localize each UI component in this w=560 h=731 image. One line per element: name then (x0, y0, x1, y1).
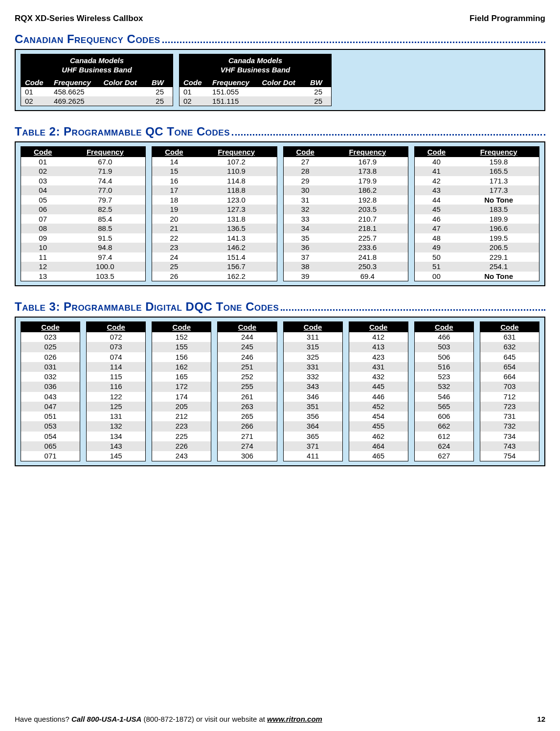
panel-qc-tone: CodeFrequency0167.00271.90374.40477.0057… (15, 141, 545, 287)
table-row: 452 (349, 402, 408, 411)
table-row: 516 (415, 362, 473, 372)
table-row: 631 (480, 332, 539, 342)
table-row: 311 (284, 332, 342, 342)
table-row: 703 (480, 382, 539, 391)
table-row: 44No Tone (415, 195, 539, 205)
panel-canadian-freq: Canada ModelsUHF Business BandCodeFreque… (15, 49, 545, 111)
table-row: 23146.2 (152, 243, 276, 252)
cell-code: 05 (21, 195, 65, 205)
cell-frequency: 79.7 (65, 195, 145, 205)
table-row: 054 (21, 432, 80, 441)
cell-code: 212 (152, 411, 211, 421)
cell-code: 423 (349, 352, 408, 362)
cell-code: 754 (480, 451, 539, 461)
col-code: Code (87, 322, 145, 332)
table-row: 315 (284, 342, 342, 352)
cell-code: 14 (152, 157, 196, 167)
cell-code: 351 (284, 402, 342, 411)
cell-code: 152 (152, 332, 211, 342)
qc-tone-table: CodeFrequency14107.215110.916114.817118.… (152, 146, 277, 282)
cell-code: 025 (21, 342, 80, 352)
cell-code: 464 (349, 441, 408, 451)
table-row: 162 (152, 362, 211, 372)
cell-frequency: 177.3 (458, 185, 539, 195)
table-row: 02469.262525 (21, 96, 173, 106)
cell-frequency: 94.8 (65, 243, 145, 252)
table-column-header: Code (349, 322, 408, 332)
col-code: Code (480, 322, 539, 332)
cell-code: 13 (21, 272, 65, 281)
cell-frequency: 171.3 (458, 176, 539, 186)
heading-qc-tone: Table 2: Programmable QC Tone Codes (15, 125, 545, 138)
cell-code: 565 (415, 402, 473, 411)
cell-code: 225 (152, 432, 211, 441)
table-row: 546 (415, 392, 473, 402)
cell-frequency: 107.2 (196, 157, 277, 167)
cell-code: 02 (21, 96, 50, 106)
cell-code: 632 (480, 342, 539, 352)
table-row: 331 (284, 362, 342, 372)
heading-leader-dots (281, 307, 545, 311)
cell-code: 446 (349, 392, 408, 402)
cell-code: 266 (218, 421, 276, 431)
table-row: 065 (21, 441, 80, 451)
table-row: 645 (480, 352, 539, 362)
cell-code: 10 (21, 243, 65, 252)
cell-code: 071 (21, 451, 80, 461)
cell-frequency: 225.7 (327, 233, 408, 243)
cell-code: 315 (284, 342, 342, 352)
cell-frequency: 67.0 (65, 157, 145, 167)
table-column-header: Code (87, 322, 145, 332)
cell-code: 431 (349, 362, 408, 372)
table-row: 332 (284, 372, 342, 382)
cell-code: 506 (415, 352, 473, 362)
cell-code: 29 (284, 176, 327, 186)
cell-code: 503 (415, 342, 473, 352)
cell-frequency: 74.4 (65, 176, 145, 186)
table-row: 3969.4 (284, 272, 408, 281)
table-row: 33210.7 (284, 214, 408, 224)
table-row: 351 (284, 402, 342, 411)
cell-code: 26 (152, 272, 196, 281)
table-row: 031 (21, 362, 80, 372)
cell-code: 054 (21, 432, 80, 441)
cell-code: 143 (87, 441, 145, 451)
cell-code: 265 (218, 411, 276, 421)
cell-code: 21 (152, 224, 196, 233)
col-frequency: Frequency (458, 147, 539, 157)
cell-code: 331 (284, 362, 342, 372)
table-row: 731 (480, 411, 539, 421)
cell-code: 122 (87, 392, 145, 402)
cell-code: 627 (415, 451, 473, 461)
table-column-header: CodeFrequencyColor DotBW (21, 78, 173, 87)
table-row: 423 (349, 352, 408, 362)
cell-code: 606 (415, 411, 473, 421)
table-row: 29179.9 (284, 176, 408, 186)
table-row: 0374.4 (21, 176, 145, 186)
table-row: 464 (349, 441, 408, 451)
cell-code: 20 (152, 214, 196, 224)
cell-code: 053 (21, 421, 80, 431)
cell-code: 01 (21, 87, 50, 96)
cell-code: 37 (284, 252, 327, 262)
cell-code: 28 (284, 166, 327, 176)
cell-frequency: 192.8 (327, 195, 408, 205)
dqc-tone-table: Code152155156162165172174205212223225226… (152, 321, 211, 461)
qc-tone-table: CodeFrequency40159.841165.542171.343177.… (414, 146, 539, 282)
table-row: 266 (218, 421, 276, 431)
table-row: 023 (21, 332, 80, 342)
table-row: 48199.5 (415, 233, 539, 243)
table-row: 143 (87, 441, 145, 451)
cell-code: 036 (21, 382, 80, 391)
cell-code: 432 (349, 372, 408, 382)
cell-code: 32 (284, 205, 327, 214)
cell-code: 44 (415, 195, 458, 205)
cell-code: 365 (284, 432, 342, 441)
cell-code: 31 (284, 195, 327, 205)
cell-frequency: 159.8 (458, 157, 539, 167)
cell-code: 723 (480, 402, 539, 411)
cell-code: 072 (87, 332, 145, 342)
cell-code: 654 (480, 362, 539, 372)
table-row: 41165.5 (415, 166, 539, 176)
table-row: 145 (87, 451, 145, 461)
